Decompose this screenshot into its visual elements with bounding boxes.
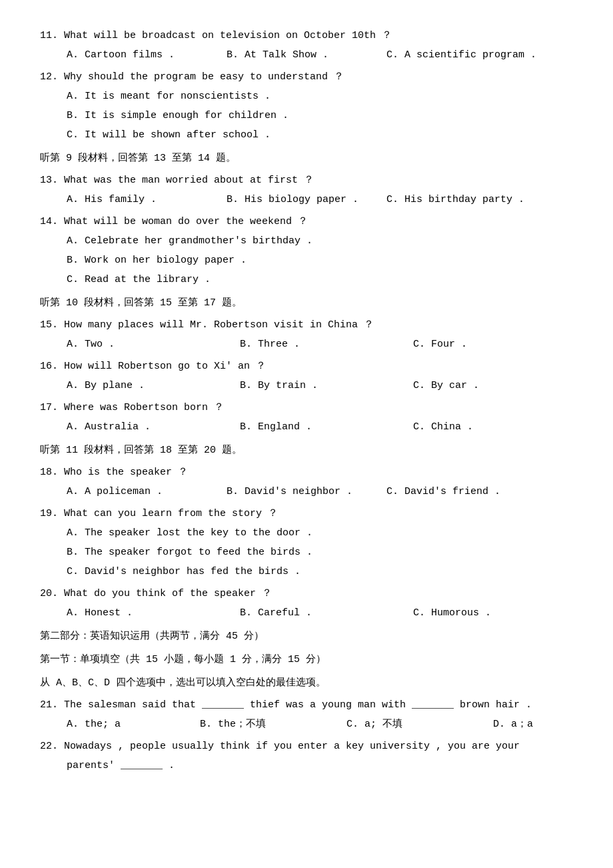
q19-option-b: B. The speaker forgot to feed the birds … — [40, 543, 573, 561]
section2-1-note: 从 A、B、C、D 四个选项中，选出可以填入空白处的最佳选项。 — [40, 674, 573, 692]
q14-text: 14. What will be woman do over the weeke… — [40, 213, 573, 231]
q16-options: A. By plane . B. By train . C. By car . — [40, 377, 573, 395]
q15-option-c: C. Four . — [413, 335, 546, 353]
section2-1-header: 第一节：单项填空（共 15 小题，每小题 1 分，满分 15 分） — [40, 651, 573, 669]
question-18: 18. Who is the speaker ？ A. A policeman … — [40, 463, 573, 501]
q17-option-c: C. China . — [413, 418, 546, 436]
q14-option-b: B. Work on her biology paper . — [40, 251, 573, 269]
q14-option-c: C. Read at the library . — [40, 271, 573, 289]
q18-option-c: C. David's friend . — [386, 483, 520, 501]
q11-option-c: C. A scientific program . — [386, 46, 536, 64]
q19-option-c: C. David's neighbor has fed the birds . — [40, 563, 573, 581]
q11-text: 11. What will be broadcast on television… — [40, 27, 573, 45]
q11-option-a: A. Cartoon films . — [67, 46, 200, 64]
q11-options: A. Cartoon films . B. At Talk Show . C. … — [40, 46, 573, 64]
q13-option-b: B. His biology paper . — [227, 191, 360, 209]
q21-option-c: C. a; 不填 — [346, 715, 466, 733]
q15-text: 15. How many places will Mr. Robertson v… — [40, 316, 573, 334]
question-20: 20. What do you think of the speaker ？ A… — [40, 585, 573, 622]
q13-option-c: C. His birthday party . — [386, 191, 524, 209]
q13-options: A. His family . B. His biology paper . C… — [40, 191, 573, 209]
q18-options: A. A policeman . B. David's neighbor . C… — [40, 483, 573, 501]
q20-options: A. Honest . B. Careful . C. Humorous . — [40, 604, 573, 622]
q21-text: 21. The salesman said that _______ thief… — [40, 696, 573, 714]
q22-text2: parents' _______ . — [40, 757, 573, 775]
q17-options: A. Australia . B. England . C. China . — [40, 418, 573, 436]
q16-text: 16. How will Robertson go to Xi' an ？ — [40, 357, 573, 375]
section11-header: 听第 11 段材料，回答第 18 至第 20 题。 — [40, 441, 573, 459]
q17-option-a: A. Australia . — [67, 418, 213, 436]
q12-option-b: B. It is simple enough for children . — [40, 107, 573, 125]
q20-option-a: A. Honest . — [67, 604, 213, 622]
q21-options: A. the; a B. the；不填 C. a; 不填 D. a；a — [40, 715, 573, 733]
q20-text: 20. What do you think of the speaker ？ — [40, 585, 573, 603]
q15-options: A. Two . B. Three . C. Four . — [40, 335, 573, 353]
q14-option-a: A. Celebrate her grandmother's birthday … — [40, 232, 573, 250]
question-22: 22. Nowadays , people usually think if y… — [40, 737, 573, 775]
question-12: 12. Why should the program be easy to un… — [40, 68, 573, 144]
q18-text: 18. Who is the speaker ？ — [40, 463, 573, 481]
q18-option-a: A. A policeman . — [67, 483, 200, 501]
question-17: 17. Where was Robertson born ？ A. Austra… — [40, 399, 573, 436]
question-15: 15. How many places will Mr. Robertson v… — [40, 316, 573, 353]
q20-option-b: B. Careful . — [240, 604, 386, 622]
section2-header: 第二部分：英语知识运用（共两节，满分 45 分） — [40, 627, 573, 645]
question-19: 19. What can you learn from the story ？ … — [40, 505, 573, 581]
question-14: 14. What will be woman do over the weeke… — [40, 213, 573, 289]
q16-option-a: A. By plane . — [67, 377, 213, 395]
q16-option-b: B. By train . — [240, 377, 386, 395]
q13-text: 13. What was the man worried about at fi… — [40, 171, 573, 189]
q12-option-c: C. It will be shown after school . — [40, 126, 573, 144]
q12-option-a: A. It is meant for nonscientists . — [40, 87, 573, 105]
question-11: 11. What will be broadcast on television… — [40, 27, 573, 64]
q15-option-b: B. Three . — [240, 335, 386, 353]
q21-option-b: B. the；不填 — [200, 715, 320, 733]
q16-option-c: C. By car . — [413, 377, 546, 395]
q11-option-b: B. At Talk Show . — [227, 46, 360, 64]
section9-header: 听第 9 段材料，回答第 13 至第 14 题。 — [40, 149, 573, 167]
q19-text: 19. What can you learn from the story ？ — [40, 505, 573, 523]
q19-option-a: A. The speaker lost the key to the door … — [40, 524, 573, 542]
q13-option-a: A. His family . — [67, 191, 200, 209]
question-21: 21. The salesman said that _______ thief… — [40, 696, 573, 733]
q18-option-b: B. David's neighbor . — [227, 483, 360, 501]
q21-option-a: A. the; a — [67, 715, 173, 733]
exam-content: 11. What will be broadcast on television… — [40, 27, 573, 775]
q17-option-b: B. England . — [240, 418, 386, 436]
q20-option-c: C. Humorous . — [413, 604, 546, 622]
section10-header: 听第 10 段材料，回答第 15 至第 17 题。 — [40, 294, 573, 312]
q21-option-d: D. a；a — [493, 715, 613, 733]
q17-text: 17. Where was Robertson born ？ — [40, 399, 573, 417]
q22-text: 22. Nowadays , people usually think if y… — [40, 737, 573, 755]
q12-text: 12. Why should the program be easy to un… — [40, 68, 573, 86]
q15-option-a: A. Two . — [67, 335, 213, 353]
question-13: 13. What was the man worried about at fi… — [40, 171, 573, 209]
question-16: 16. How will Robertson go to Xi' an ？ A.… — [40, 357, 573, 395]
